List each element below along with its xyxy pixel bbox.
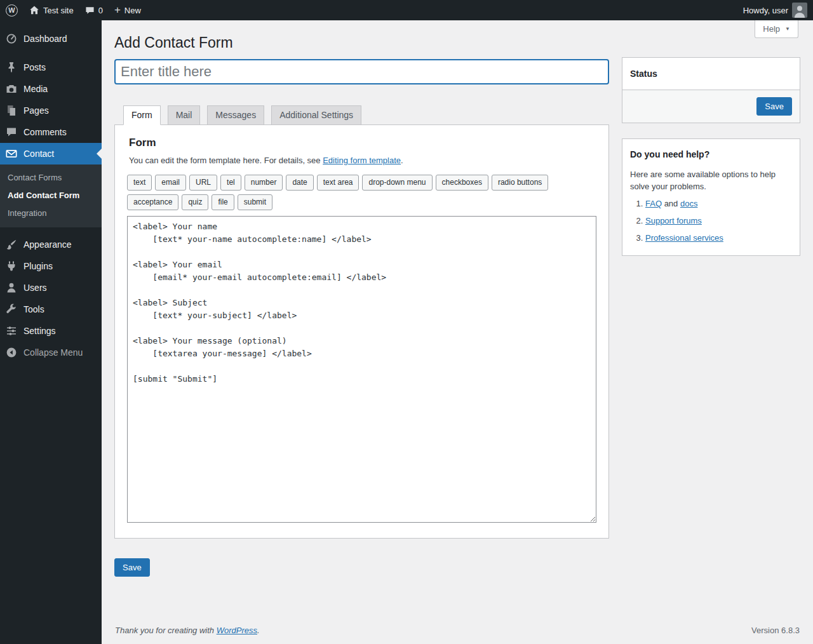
sidebar-item-dashboard[interactable]: Dashboard <box>0 28 102 50</box>
home-icon <box>29 5 39 15</box>
pushpin-icon <box>5 61 18 74</box>
tag-button-radio-buttons[interactable]: radio buttons <box>492 175 548 191</box>
sidebar-item-plugins[interactable]: Plugins <box>0 255 102 277</box>
editor-column: Form Mail Messages Additional Settings F… <box>114 57 609 577</box>
menu-separator <box>0 227 102 234</box>
form-title-input[interactable] <box>114 59 609 84</box>
docs-link[interactable]: docs <box>680 199 697 208</box>
sidebar-item-label: Comments <box>24 127 67 137</box>
sidebar-item-label: Dashboard <box>24 34 67 44</box>
plus-icon: + <box>114 4 121 15</box>
tag-button-tel[interactable]: tel <box>220 175 241 191</box>
dashboard-icon <box>5 32 18 45</box>
help-links-list: FAQ and docs Support forums Professional… <box>630 199 792 243</box>
sidebar-item-label: Posts <box>24 62 46 72</box>
sidebar-item-label: Settings <box>24 326 56 336</box>
sidebar-item-posts[interactable]: Posts <box>0 57 102 78</box>
submenu-item-contact-forms[interactable]: Contact Forms <box>0 169 102 187</box>
tag-button-checkboxes[interactable]: checkboxes <box>436 175 488 191</box>
footer-version: Version 6.8.3 <box>751 626 800 635</box>
tag-button-number[interactable]: number <box>245 175 283 191</box>
tag-button-email[interactable]: email <box>155 175 186 191</box>
menu-separator <box>0 50 102 57</box>
status-box: Status Save <box>622 57 800 123</box>
footer-thanks: Thank you for creating with WordPress. <box>115 626 260 635</box>
comments-count: 0 <box>98 6 103 15</box>
form-template-textarea[interactable]: <label> Your name [text* your-name autoc… <box>127 216 596 523</box>
my-account-menu[interactable]: Howdy, user <box>737 0 813 20</box>
sidebar-item-appearance[interactable]: Appearance <box>0 234 102 255</box>
plugin-icon <box>5 260 18 272</box>
help-box-intro: Here are some available options to help … <box>630 168 792 192</box>
comment-bubble-icon <box>85 6 95 15</box>
tag-button-file[interactable]: file <box>212 194 234 210</box>
camera-icon <box>5 83 18 95</box>
sidebar-item-comments[interactable]: Comments <box>0 121 102 143</box>
pages-icon <box>5 104 18 117</box>
site-name-label: Test site <box>43 6 74 15</box>
new-content-menu[interactable]: + New <box>109 0 147 20</box>
sidebar-item-label: Contact <box>24 149 54 159</box>
submenu-item-add-contact-form[interactable]: Add Contact Form <box>0 187 102 205</box>
description-text: You can edit the form template here. For… <box>129 156 323 165</box>
sidebar-item-contact[interactable]: Contact <box>0 143 102 164</box>
users-icon <box>5 281 18 294</box>
mail-icon <box>5 147 18 160</box>
submenu-item-integration[interactable]: Integration <box>0 205 102 222</box>
admin-footer: Thank you for creating with WordPress. V… <box>114 621 800 644</box>
comments-icon <box>5 126 18 138</box>
editing-form-template-link[interactable]: Editing form template <box>323 156 401 165</box>
settings-icon <box>5 325 18 337</box>
faq-link[interactable]: FAQ <box>645 199 662 208</box>
tab-form[interactable]: Form <box>123 105 161 125</box>
tab-label: Additional Settings <box>279 110 353 120</box>
tag-button-quiz[interactable]: quiz <box>182 194 208 210</box>
tag-button-acceptance[interactable]: acceptance <box>127 194 178 210</box>
tag-button-text-area[interactable]: text area <box>317 175 359 191</box>
form-panel-description: You can edit the form template here. For… <box>127 155 596 166</box>
user-avatar <box>792 3 807 18</box>
tab-label: Messages <box>215 110 256 120</box>
tag-button-text[interactable]: text <box>127 175 152 191</box>
sidebar-item-users[interactable]: Users <box>0 277 102 299</box>
help-dropdown-button[interactable]: Help ▼ <box>755 20 798 38</box>
tag-button-date[interactable]: date <box>286 175 313 191</box>
tag-button-drop-down-menu[interactable]: drop-down menu <box>362 175 432 191</box>
form-panel: Form You can edit the form template here… <box>114 124 609 539</box>
help-box-title: Do you need help? <box>630 149 792 159</box>
description-text: . <box>401 156 403 165</box>
tab-messages[interactable]: Messages <box>207 105 264 125</box>
list-item: Support forums <box>645 216 792 226</box>
content-area: Help ▼ Add Contact Form Form Mail Messag… <box>102 20 813 644</box>
sidebar-item-pages[interactable]: Pages <box>0 100 102 121</box>
save-button[interactable]: Save <box>114 558 150 577</box>
admin-sidebar: Dashboard Posts Media Pages Comments <box>0 20 102 644</box>
list-item: FAQ and docs <box>645 199 792 209</box>
sidebar-item-label: Plugins <box>24 261 53 271</box>
tab-mail[interactable]: Mail <box>168 105 201 125</box>
sidebar-item-settings[interactable]: Settings <box>0 320 102 342</box>
help-label: Help <box>763 24 780 34</box>
sidebar-item-media[interactable]: Media <box>0 78 102 100</box>
collapse-menu-button[interactable]: Collapse Menu <box>0 342 102 363</box>
comments-bubble[interactable]: 0 <box>79 0 109 20</box>
site-name-link[interactable]: Test site <box>24 0 79 20</box>
wordpress-menu[interactable]: W <box>0 0 24 20</box>
page-title: Add Contact Form <box>114 34 800 52</box>
wordpress-link[interactable]: WordPress <box>217 626 257 635</box>
tag-generator-buttons: text email URL tel number date text area… <box>127 175 596 210</box>
tab-additional-settings[interactable]: Additional Settings <box>271 105 361 125</box>
submenu-label: Add Contact Form <box>8 191 79 200</box>
tag-button-url[interactable]: URL <box>189 175 217 191</box>
sidebar-column: Status Save Do you need help? Here are s… <box>622 57 800 256</box>
professional-services-link[interactable]: Professional services <box>645 233 723 243</box>
howdy-label: Howdy, user <box>743 6 788 15</box>
sidebar-item-tools[interactable]: Tools <box>0 299 102 320</box>
tag-button-submit[interactable]: submit <box>238 194 272 210</box>
wrench-icon <box>5 303 18 316</box>
footer-text: Thank you for creating with <box>115 626 217 635</box>
sidebar-item-label: Users <box>24 283 47 293</box>
sidebar-item-label: Collapse Menu <box>24 347 83 358</box>
status-save-button[interactable]: Save <box>756 97 792 116</box>
support-forums-link[interactable]: Support forums <box>645 216 702 225</box>
